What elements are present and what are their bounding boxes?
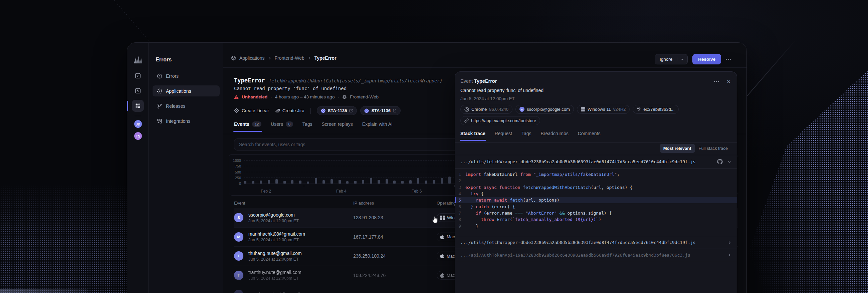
ignore-button[interactable]: Ignore [655,54,688,64]
y-tick-label: 500 [230,170,241,174]
chevron-down-icon[interactable] [677,57,687,61]
avatar[interactable]: JD [133,120,143,128]
bar [339,180,341,184]
event-email: manhhachkt08@gmail.com [248,231,305,237]
resolve-button[interactable]: Resolve [692,54,721,64]
warning-icon [234,95,239,99]
logs-icon[interactable] [132,70,144,82]
bar [401,181,404,184]
line-number: 9 [455,224,465,229]
linear-icon [321,108,326,113]
bottom-left-light-strip [0,289,88,293]
panel-tab-request[interactable]: Request [495,131,512,141]
sidebar-item-errors[interactable]: Errors [153,70,220,82]
avatar[interactable]: TS [133,131,143,140]
sidebar-item-label: Applications [166,89,191,94]
code-line: 5 return await fetch(url, options) [455,197,737,203]
url-badge[interactable]: https://app.example.com/toolstore [460,116,540,125]
panel-tabs-divider [455,142,737,143]
event-email: sscorpio@google.com [248,212,299,218]
external-link-icon [393,109,397,112]
breadcrumb-item[interactable]: Frontend-Web [275,55,305,61]
code-viewer: 1import fakeDataInUrl from "_importmap/u… [455,168,737,232]
panel-tab-tags[interactable]: Tags [522,131,531,141]
ip-address: 123.91.208.23 [353,215,437,220]
issue-message: Cannot read property 'func' of undefined [234,86,346,91]
page-background: JD TS Errors ErrorsApplicationsReleasesI… [0,0,868,293]
avatar: T [234,251,243,261]
windows-icon [440,216,445,220]
code-line: 6 } catch (error) { [455,203,737,209]
header-divider [223,67,746,68]
context-badge[interactable]: Chrome86.0.4240 [460,105,513,114]
chevron-down-icon[interactable] [727,160,732,164]
code-line: 8 throw Error(`fetch_manually_aborted ($… [455,216,737,223]
tab-users[interactable]: Users8 [271,122,293,132]
issue-actions: Create Linear Create Jira STA-1135STA-11… [234,106,401,115]
context-badge[interactable]: ec37eb8f363d... [633,105,678,114]
column-header: IP address [353,201,437,205]
bar [346,181,348,184]
avatar: T [234,290,243,293]
linear-icon [234,108,239,113]
context-badge[interactable]: ssscorpio@google.com [516,105,574,114]
sidebar-item-integrations[interactable]: Integrations [153,116,220,127]
create-jira-button[interactable]: Create Jira [275,108,305,113]
tab-events[interactable]: Events12 [234,122,261,132]
event-detail-panel: Event TypeError ✕ Cannot read property '… [455,71,737,293]
url-badge-row: https://app.example.com/toolstore [460,116,540,125]
event-date: Jun 5, 2024 at 12:00pm ET [248,276,302,281]
windows-icon [581,107,585,111]
tab-tags[interactable]: Tags [303,122,312,132]
apple-icon [440,273,444,278]
bar [378,180,380,184]
chevron-right-icon [268,56,272,60]
more-options-icon[interactable] [726,59,731,60]
external-link-icon [349,109,353,112]
halftone-texture-left [0,183,133,293]
close-icon[interactable]: ✕ [726,79,731,84]
ticket-pill[interactable]: STA-1135 [317,106,357,115]
sidebar-item-label: Releases [166,103,185,109]
x-tick-label: Feb 2 [261,189,271,194]
panel-tab-breadcrumbs[interactable]: Breadcrumbs [540,131,568,141]
chevron-right-icon [307,56,311,60]
frame-file-path: .../utils/fetchWrapper-dbde3238b9ca2ab0d… [460,159,712,164]
scan-icon [157,89,162,94]
panel-tab-comments[interactable]: Comments [578,131,600,141]
create-linear-button[interactable]: Create Linear [234,108,269,113]
x-tick-label: Feb 4 [336,189,346,194]
github-icon[interactable] [717,159,723,165]
toggle-most-relevant[interactable]: Most relevant [660,144,695,153]
app-search-icon[interactable] [132,100,144,112]
code-line: 7 if (error.name === "AbortError" && opt… [455,210,737,216]
tab-label: Screen replays [321,122,352,127]
stack-frame-collapsed[interactable]: .../api/AuthTokenApi-19a37283db928bd26c6… [455,249,737,261]
breadcrumb-item[interactable]: TypeError [314,55,337,61]
bar [354,181,356,184]
tab-explain-with-ai[interactable]: Explain with AI [362,122,393,132]
ticket-pill[interactable]: STA-1136 [360,106,401,115]
stack-frame-header[interactable]: .../utils/fetchWrapper-dbde3238b9ca2ab0d… [455,155,737,168]
tab-screen-replays[interactable]: Screen replays [321,122,352,132]
project-label: Frontend-Web [350,94,379,99]
context-badge[interactable]: Windows 11v24H2 [577,105,630,114]
avatar: s [520,107,524,112]
sidebar-item-releases[interactable]: Releases [153,100,220,111]
stack-frame-collapsed[interactable]: .../utils/fetchWrapper-dbde3238b9ca2ab0d… [455,236,737,249]
frame-path: .../api/AuthTokenApi-19a37283db928bd26c6… [460,253,724,258]
toggle-full-stack-trace[interactable]: Full stack trace [695,144,732,153]
event-date: Jun 5, 2024 at 12:00pm ET [248,257,302,262]
breadcrumb-item[interactable]: Applications [239,55,265,61]
code-line: 9 } [455,223,737,229]
badge-text: ec37eb8f363d... [643,107,674,112]
performance-icon[interactable] [132,85,144,97]
sidebar-item-applications[interactable]: Applications [153,86,220,96]
app-logo-icon[interactable] [133,55,143,64]
badge-sub: v24H2 [613,107,626,112]
bar [393,181,396,184]
panel-more-icon[interactable] [714,81,719,82]
line-number: 5 [455,198,465,202]
y-tick-label: 750 [230,164,241,168]
panel-tab-stack-trace[interactable]: Stack trace [460,131,486,141]
